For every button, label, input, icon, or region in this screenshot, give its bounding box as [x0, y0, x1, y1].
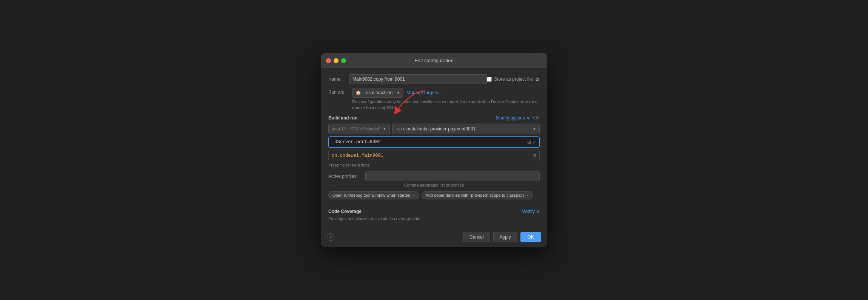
apply-button[interactable]: Apply [493, 232, 517, 242]
run-on-dropdown[interactable]: 🏠 Local machine ▼ [352, 88, 403, 98]
build-row: java 17 SDK of 'cloudal' ▼ -cp cloudalib… [328, 124, 540, 134]
chevron-down-icon: ∨ [526, 115, 530, 121]
tag-label: Open run/debug tool window when started [332, 193, 410, 197]
tag-close-icon[interactable]: × [412, 193, 415, 197]
gear-icon[interactable]: ⚙ [535, 77, 540, 82]
main-class-row: cn.codewei.Main9001 ⊞ [328, 150, 540, 161]
home-icon: 🏠 [356, 90, 361, 95]
ok-button[interactable]: OK [520, 232, 541, 242]
vm-icons: ⊞ ⤢ [527, 139, 536, 145]
name-label: Name: [328, 77, 349, 82]
title-bar: Edit Configuration [321, 53, 547, 68]
expand-icon[interactable]: ⤢ [532, 139, 536, 145]
build-and-run-title: Build and run [328, 115, 357, 121]
cp-dropdown[interactable]: -cp cloudalibaba-provider-payment9001 ▼ [392, 124, 540, 134]
active-profiles-input[interactable] [365, 171, 540, 181]
sdk-java-label: java 17 [332, 126, 346, 132]
cp-value: cloudalibaba-provider-payment9001 [403, 126, 476, 132]
store-project-row: Store as project file ⚙ [487, 77, 540, 82]
run-on-value: Local machine [363, 90, 392, 95]
tag-close-icon[interactable]: × [526, 193, 529, 197]
browse-icon[interactable]: ⊞ [532, 153, 536, 158]
field-hints: Press ⌥ for field hints [328, 163, 540, 168]
cancel-button[interactable]: Cancel [463, 232, 490, 242]
minimize-button[interactable] [334, 58, 339, 63]
divider [328, 204, 540, 204]
main-class-text: cn.codewei.Main9001 [332, 153, 532, 158]
coverage-hint: Packages and classes to include in cover… [328, 216, 540, 221]
dialog-footer: ? Cancel Apply OK [321, 227, 547, 247]
run-on-row: Run on: 🏠 Local machine ▼ Manage targets… [328, 88, 540, 111]
run-on-label: Run on: [328, 88, 349, 95]
store-project-checkbox[interactable] [487, 77, 492, 82]
chevron-down-icon: ▼ [383, 127, 386, 131]
vm-options-input[interactable] [332, 139, 527, 145]
sdk-suffix: SDK of 'cloudal' [351, 127, 380, 131]
footer-buttons: Cancel Apply OK [463, 232, 541, 242]
edit-configuration-dialog: Edit Configuration Name: Store as projec… [321, 53, 547, 247]
modify-coverage-label: Modify [522, 209, 535, 214]
manage-targets-link[interactable]: Manage targets... [406, 90, 442, 95]
modify-options-label: Modify options [496, 115, 525, 121]
dialog-title: Edit Configuration [414, 58, 453, 63]
close-button[interactable] [326, 58, 331, 63]
dialog-body: Name: Store as project file ⚙ Run on: 🏠 … [321, 68, 547, 227]
copy-icon[interactable]: ⊞ [527, 139, 531, 145]
maximize-button[interactable] [341, 58, 346, 63]
chevron-down-icon: ∨ [536, 209, 540, 214]
tag-row: Open run/debug tool window when started … [328, 191, 540, 199]
profiles-hint: Comma-separated list of profiles [328, 183, 540, 187]
active-profiles-label: Active profiles: [328, 174, 362, 179]
run-on-select-row: 🏠 Local machine ▼ Manage targets... [352, 88, 540, 98]
sdk-dropdown[interactable]: java 17 SDK of 'cloudal' ▼ [328, 124, 390, 134]
active-profiles-row: Active profiles: [328, 171, 540, 181]
chevron-down-icon: ▼ [396, 91, 400, 95]
modify-options-button[interactable]: Modify options ∨ ⌥M [496, 115, 540, 121]
chevron-down-icon: ▼ [532, 127, 536, 131]
run-on-right: 🏠 Local machine ▼ Manage targets... Run … [352, 88, 540, 111]
name-row: Name: Store as project file ⚙ [328, 74, 540, 84]
run-on-hint: Run configurations may be executed local… [352, 99, 540, 111]
build-and-run-section-header: Build and run Modify options ∨ ⌥M [328, 115, 540, 121]
name-input[interactable] [349, 74, 487, 84]
coverage-title: Code Coverage [328, 209, 362, 214]
vm-options-row: ⊞ ⤢ [328, 136, 540, 148]
code-coverage-section: Code Coverage Modify ∨ Packages and clas… [328, 209, 540, 221]
traffic-lights [326, 58, 346, 63]
tag-add-dependencies: Add dependencies with "provided" scope t… [422, 191, 533, 199]
modify-shortcut: ⌥M [531, 115, 540, 120]
tag-open-run-debug: Open run/debug tool window when started … [328, 191, 419, 199]
tag-label: Add dependencies with "provided" scope t… [426, 193, 524, 197]
coverage-header: Code Coverage Modify ∨ [328, 209, 540, 214]
modify-coverage-button[interactable]: Modify ∨ [522, 209, 540, 214]
help-icon[interactable]: ? [327, 233, 334, 241]
cp-flag: -cp [396, 126, 402, 132]
store-project-label: Store as project file [494, 77, 533, 82]
